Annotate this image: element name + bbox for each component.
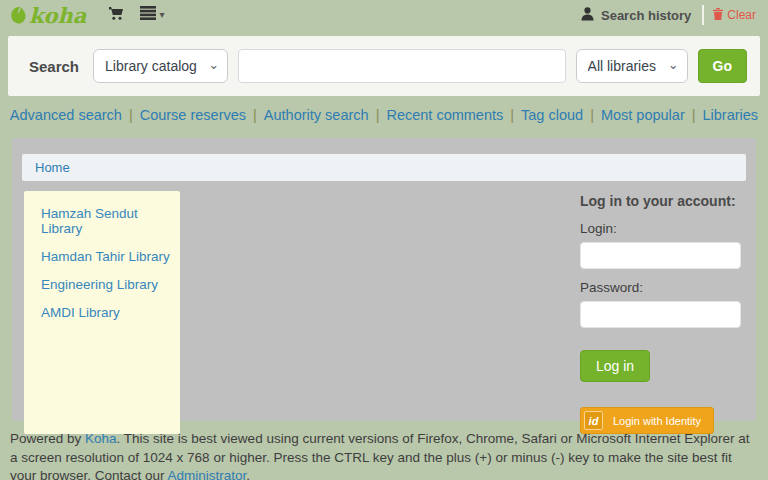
catalog-select-wrap: Library catalog ⌄ — [93, 49, 228, 83]
login-password-input[interactable] — [580, 301, 741, 328]
cart-button[interactable] — [108, 6, 124, 25]
login-form: Log in to your account: Login: Password:… — [580, 191, 744, 434]
lists-icon — [140, 6, 156, 24]
nav-link-course-reserves[interactable]: Course reserves — [140, 107, 246, 123]
clear-label: Clear — [727, 8, 756, 22]
search-bar: Search Library catalog ⌄ All libraries ⌄… — [8, 36, 760, 96]
topbar: koha ▾ — [0, 0, 768, 30]
topbar-right: Search history Clear — [581, 5, 756, 25]
administrator-link[interactable]: Administrator — [168, 468, 247, 480]
library-link-hamzah-sendut[interactable]: Hamzah Sendut Library — [41, 206, 172, 236]
library-link-hamdan-tahir[interactable]: Hamdan Tahir Library — [41, 249, 172, 264]
library-select[interactable]: All libraries — [576, 49, 688, 83]
library-link-amdi[interactable]: AMDI Library — [41, 305, 172, 320]
search-input[interactable] — [238, 49, 566, 83]
nav-separator: | — [129, 107, 133, 123]
koha-logo-text: koha — [29, 5, 86, 26]
main-content-panel: Home Hamzah Sendut Library Hamdan Tahir … — [12, 138, 756, 421]
footer-text: Powered by Koha. This site is best viewe… — [10, 430, 758, 480]
topbar-icons: ▾ — [108, 6, 164, 25]
footer-body: . This site is best viewed using current… — [10, 431, 750, 480]
login-heading: Log in to your account: — [580, 193, 741, 209]
nav-link-most-popular[interactable]: Most popular — [601, 107, 685, 123]
content-row: Hamzah Sendut Library Hamdan Tahir Libra… — [22, 181, 746, 434]
koha-leaf-icon — [10, 6, 27, 25]
nav-link-authority-search[interactable]: Authority search — [264, 107, 369, 123]
breadcrumb-home-link[interactable]: Home — [35, 160, 70, 175]
quick-links-nav: Advanced search|Course reserves|Authorit… — [0, 96, 768, 135]
trash-icon — [713, 8, 723, 23]
library-link-engineering[interactable]: Engineering Library — [41, 277, 172, 292]
user-icon — [581, 7, 594, 24]
nav-separator: | — [253, 107, 257, 123]
library-links-box: Hamzah Sendut Library Hamdan Tahir Libra… — [24, 191, 180, 434]
clear-search-history-link[interactable]: Clear — [713, 8, 756, 23]
nav-separator: | — [376, 107, 380, 123]
topbar-divider — [702, 5, 704, 25]
nav-link-tag-cloud[interactable]: Tag cloud — [521, 107, 583, 123]
koha-logo[interactable]: koha — [10, 5, 86, 26]
footer-powered-by: Powered by — [10, 431, 85, 446]
search-history-label: Search history — [601, 8, 691, 23]
nav-separator: | — [590, 107, 594, 123]
nav-separator: | — [510, 107, 514, 123]
go-button[interactable]: Go — [698, 49, 747, 83]
login-button[interactable]: Log in — [580, 350, 650, 382]
nav-separator: | — [692, 107, 696, 123]
footer-period: . — [246, 468, 250, 480]
breadcrumb: Home — [22, 154, 746, 181]
search-history-link[interactable]: Search history — [581, 7, 691, 24]
cart-icon — [108, 6, 124, 25]
koha-link[interactable]: Koha — [85, 431, 117, 446]
caret-down-icon: ▾ — [159, 10, 164, 20]
library-select-wrap: All libraries ⌄ — [576, 49, 688, 83]
login-username-label: Login: — [580, 221, 741, 236]
nav-link-recent-comments[interactable]: Recent comments — [386, 107, 503, 123]
login-username-input[interactable] — [580, 242, 741, 269]
login-password-label: Password: — [580, 280, 741, 295]
search-label: Search — [29, 58, 79, 75]
nav-link-advanced-search[interactable]: Advanced search — [10, 107, 122, 123]
search-type-select[interactable]: Library catalog — [93, 49, 228, 83]
identity-id-icon: id — [584, 411, 603, 430]
identity-button-label: Login with Identity — [613, 415, 701, 427]
lists-menu-button[interactable]: ▾ — [140, 6, 164, 24]
nav-link-libraries[interactable]: Libraries — [703, 107, 759, 123]
